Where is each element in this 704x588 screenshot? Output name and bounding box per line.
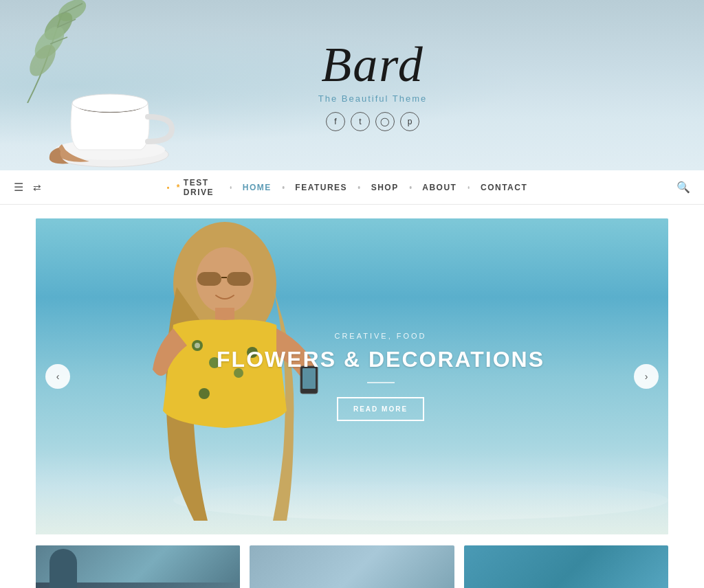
navigation-bar: ☰ ⇄ *TEST DRIVE HOME FEATURES SHOP ABOUT… xyxy=(0,170,704,205)
site-header: Bard The Beautiful Theme f t ◯ p xyxy=(0,0,704,170)
nav-item-contact[interactable]: CONTACT xyxy=(471,183,537,192)
hero-title: FLOWERS & DECORATIONS xyxy=(217,347,544,372)
search-icon: 🔍 xyxy=(676,181,690,193)
thumbnail-row xyxy=(36,545,668,588)
read-more-button[interactable]: READ MORE xyxy=(337,397,424,421)
search-button[interactable]: 🔍 xyxy=(676,181,690,194)
social-icons-group: f t ◯ p xyxy=(326,112,419,131)
hero-slider: CREATIVE, FOOD FLOWERS & DECORATIONS REA… xyxy=(36,218,668,534)
nav-separator-4 xyxy=(410,186,412,189)
hero-text-overlay: CREATIVE, FOOD FLOWERS & DECORATIONS REA… xyxy=(217,332,544,421)
chevron-right-icon: › xyxy=(645,371,648,382)
hero-divider xyxy=(367,382,395,383)
nav-item-shop[interactable]: SHOP xyxy=(362,183,408,192)
hero-image: CREATIVE, FOOD FLOWERS & DECORATIONS REA… xyxy=(36,218,668,534)
nav-item-about[interactable]: ABOUT xyxy=(412,183,466,192)
navbar-left-controls: ☰ ⇄ xyxy=(14,181,41,194)
nav-item-features[interactable]: FEATURES xyxy=(285,183,357,192)
nav-separator-3 xyxy=(358,186,360,189)
nav-item-test-drive[interactable]: *TEST DRIVE xyxy=(167,178,229,197)
nav-separator-5 xyxy=(468,186,470,189)
nav-separator-2 xyxy=(283,186,285,189)
thumbnail-item-2[interactable] xyxy=(250,545,454,588)
svg-point-22 xyxy=(199,388,210,399)
refresh-icon[interactable]: ⇄ xyxy=(33,182,41,193)
coffee-cup-decoration xyxy=(34,48,186,170)
hero-category: CREATIVE, FOOD xyxy=(217,332,544,340)
thumbnail-item-3[interactable] xyxy=(464,545,668,588)
svg-point-10 xyxy=(72,94,148,112)
slider-prev-button[interactable]: ‹ xyxy=(45,364,70,389)
pinterest-icon[interactable]: p xyxy=(400,112,419,131)
svg-point-18 xyxy=(195,343,200,348)
nav-separator-1 xyxy=(230,186,232,189)
svg-rect-13 xyxy=(197,272,221,286)
header-content: Bard The Beautiful Theme f t ◯ p xyxy=(318,40,427,131)
slider-next-button[interactable]: › xyxy=(634,364,659,389)
twitter-icon[interactable]: t xyxy=(351,112,370,131)
thumbnail-item-1[interactable] xyxy=(36,545,240,588)
navbar-menu: *TEST DRIVE HOME FEATURES SHOP ABOUT CON… xyxy=(167,178,538,197)
nav-item-home[interactable]: HOME xyxy=(233,183,281,192)
chevron-left-icon: ‹ xyxy=(56,371,60,382)
instagram-icon[interactable]: ◯ xyxy=(375,112,395,131)
site-subtitle: The Beautiful Theme xyxy=(318,93,427,104)
svg-rect-14 xyxy=(227,272,251,286)
site-title: Bard xyxy=(321,40,424,89)
facebook-icon[interactable]: f xyxy=(326,112,345,131)
hamburger-menu-icon[interactable]: ☰ xyxy=(14,181,23,194)
